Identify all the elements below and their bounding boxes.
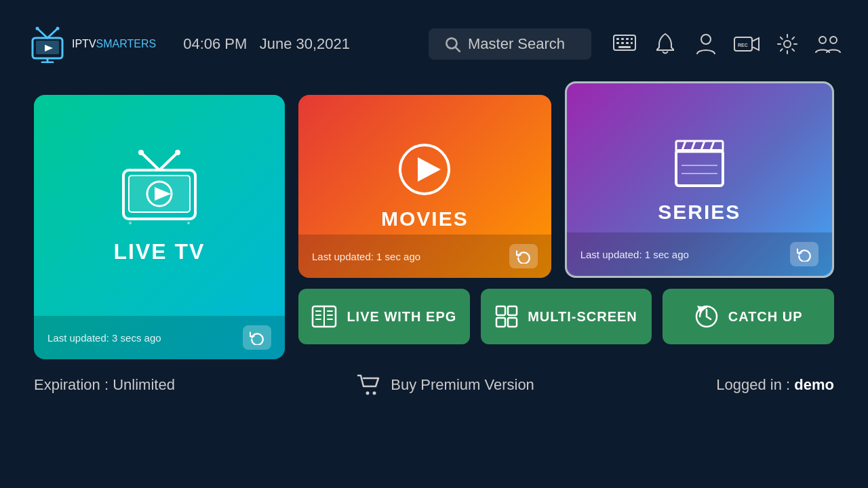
time-display: 04:06 PM	[183, 35, 247, 52]
notification-bell-icon[interactable]	[652, 31, 678, 57]
search-icon	[443, 35, 461, 53]
right-column: MOVIES Last updated: 1 sec ago	[298, 95, 834, 344]
svg-rect-20	[618, 46, 631, 48]
movies-footer: Last updated: 1 sec ago	[298, 235, 551, 278]
svg-rect-12	[616, 38, 619, 40]
svg-line-1	[47, 28, 58, 38]
settings-icon[interactable]	[774, 31, 800, 57]
top-right-row: MOVIES Last updated: 1 sec ago	[298, 95, 834, 278]
svg-point-31	[175, 150, 180, 155]
record-icon[interactable]: REC	[734, 31, 760, 57]
switch-users-icon[interactable]	[815, 31, 841, 57]
expiration-text: Expiration : Unlimited	[34, 376, 175, 394]
live-tv-title: LIVE TV	[114, 239, 205, 264]
catch-up-label: CATCH UP	[728, 309, 803, 325]
svg-line-0	[37, 28, 47, 38]
live-tv-card[interactable]: LIVE TV Last updated: 3 secs ago	[34, 95, 285, 359]
logged-in-label: Logged in :	[716, 376, 794, 393]
svg-rect-13	[621, 38, 624, 40]
svg-rect-17	[621, 42, 624, 44]
date-display: June 30,2021	[260, 35, 350, 52]
svg-rect-59	[508, 318, 517, 327]
movies-play-icon	[397, 142, 452, 199]
buy-premium-label: Buy Premium Version	[391, 376, 534, 394]
svg-point-27	[830, 37, 837, 43]
refresh-icon	[250, 330, 264, 345]
main-content: LIVE TV Last updated: 3 secs ago	[0, 88, 868, 359]
svg-point-62	[366, 392, 370, 395]
svg-point-37	[187, 222, 190, 224]
epg-book-icon	[311, 305, 337, 328]
bottom-buttons-row: LIVE WITH EPG MULTI-SCREEN	[298, 289, 834, 344]
logo: IPTVSMARTERS	[27, 26, 156, 63]
logged-in-user: demo	[794, 376, 834, 393]
datetime: 04:06 PM June 30,2021	[183, 35, 350, 53]
series-last-updated: Last updated: 1 sec ago	[580, 249, 689, 260]
catch-up-icon	[694, 304, 719, 329]
svg-rect-58	[496, 318, 505, 327]
series-clapper-icon	[671, 136, 728, 192]
live-epg-label: LIVE WITH EPG	[347, 309, 456, 325]
logo-smarters: SMARTERS	[96, 38, 157, 49]
refresh-icon	[797, 247, 812, 262]
svg-point-25	[784, 41, 791, 47]
svg-text:REC: REC	[738, 43, 748, 47]
live-with-epg-button[interactable]: LIVE WITH EPG	[298, 289, 470, 344]
logo-iptv: IPTV	[72, 38, 96, 49]
svg-marker-39	[418, 157, 441, 182]
svg-line-10	[456, 47, 460, 52]
logged-in-info: Logged in : demo	[716, 376, 834, 394]
movies-card[interactable]: MOVIES Last updated: 1 sec ago	[298, 95, 551, 278]
cards-row: LIVE TV Last updated: 3 secs ago	[34, 95, 834, 359]
svg-point-30	[138, 150, 144, 155]
footer: Expiration : Unlimited Buy Premium Versi…	[0, 359, 868, 396]
profile-icon[interactable]	[693, 31, 719, 57]
master-search-bar[interactable]: Master Search	[429, 28, 591, 60]
buy-premium-button[interactable]: Buy Premium Version	[357, 374, 534, 396]
multi-screen-icon	[495, 305, 518, 328]
movies-last-updated: Last updated: 1 sec ago	[312, 251, 420, 262]
keyboard-icon[interactable]	[612, 31, 637, 57]
svg-rect-57	[508, 306, 517, 315]
live-tv-refresh-button[interactable]	[243, 325, 271, 350]
search-label: Master Search	[468, 35, 565, 53]
header: IPTVSMARTERS 04:06 PM June 30,2021 Maste…	[0, 0, 868, 88]
live-tv-last-updated: Last updated: 3 secs ago	[47, 332, 161, 344]
series-footer: Last updated: 1 sec ago	[567, 232, 832, 276]
series-refresh-button[interactable]	[790, 242, 818, 266]
svg-point-3	[56, 26, 60, 30]
svg-rect-16	[616, 42, 619, 44]
multi-screen-label: MULTI-SCREEN	[528, 309, 637, 325]
svg-marker-23	[752, 38, 759, 50]
series-title: SERIES	[658, 201, 741, 224]
live-tv-icon	[115, 150, 203, 227]
svg-rect-19	[631, 42, 633, 44]
multi-screen-button[interactable]: MULTI-SCREEN	[481, 289, 652, 344]
refresh-icon	[516, 249, 531, 264]
header-icons: REC	[612, 31, 841, 57]
catch-up-button[interactable]: CATCH UP	[663, 289, 834, 344]
svg-point-21	[701, 35, 711, 44]
svg-rect-40	[676, 150, 723, 186]
svg-rect-14	[626, 38, 629, 40]
svg-point-2	[36, 26, 39, 30]
movies-title: MOVIES	[381, 207, 469, 230]
svg-point-36	[129, 222, 132, 224]
svg-rect-56	[496, 306, 505, 315]
movies-refresh-button[interactable]	[509, 244, 538, 268]
cart-icon	[357, 374, 381, 396]
svg-rect-15	[631, 38, 633, 40]
svg-point-26	[819, 37, 826, 43]
svg-line-28	[141, 152, 159, 170]
svg-line-29	[159, 152, 178, 170]
live-tv-footer: Last updated: 3 secs ago	[34, 316, 285, 359]
series-card[interactable]: SERIES Last updated: 1 sec ago	[565, 81, 834, 278]
svg-point-63	[373, 392, 376, 395]
svg-rect-18	[626, 42, 629, 44]
